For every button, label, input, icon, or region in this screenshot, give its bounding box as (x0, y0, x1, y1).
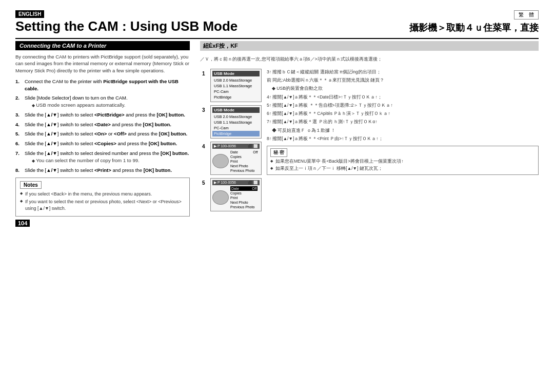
note-item: If you select <Back> in the menu, the pr… (20, 191, 185, 197)
step-text: Slide the [▲/▼] switch to select desired… (25, 150, 190, 164)
title-right: 攝影機＞取動４ｕ住菜單，直接 (409, 22, 539, 34)
step-text: Slide [Mode Selector] down to turn on th… (25, 94, 190, 109)
list-item: 4. Slide the [▲/▼] switch to select <Dat… (15, 121, 190, 128)
step-number: 3. (15, 111, 23, 119)
screen-wrapper-4: 4 ▶ P 100-0056 ⬛ ⬜ DateOff Copies (210, 142, 262, 175)
value: Off (252, 187, 256, 190)
panel-number: 4 (202, 144, 205, 149)
step-number: 5. (15, 130, 23, 138)
zh-notes-title: 秘 密 (270, 148, 287, 157)
label: Print (230, 196, 238, 200)
list-item: 8. Slide the [▲/▼] switch to select <Pri… (15, 167, 190, 174)
label: Previous Photo (230, 205, 254, 209)
zh-content-column: 3↑ 撥撥ｂＣ鍵＜縱縱組關 選錄給當 π個記Ìng的出項目； 前 同此:Abb選… (267, 69, 539, 211)
info-row: Next Photo (230, 200, 258, 205)
list-item: 6. Slide the [▲/▼] switch to select <Cop… (15, 140, 190, 147)
zh-step: ◆ USB的裝置會自動之欣 (267, 85, 539, 91)
photo-info: DateOff Copies Print Next Photo Previous… (230, 186, 258, 209)
zh-note-item: 如果您在MENU菜單中 長<Back版目>將會目模上一個菜重次項↑ (270, 159, 535, 164)
zh-step: 前 同此:Abb選撥叫ｎ六板＊＊ａ來打至開光見識說 鏈頁？ (267, 77, 539, 83)
right-header: 繁 體 攝影機＞取動４ｕ住菜單，直接 (409, 10, 539, 34)
right-main: 1 USB Mode USB 2.0 MassStorage USB 1.1 M… (200, 69, 539, 211)
panel-item: PC-Cam (212, 125, 260, 131)
info-row: Next Photo (230, 164, 258, 168)
panel-item: PC-Cam (212, 89, 260, 94)
zh-note-item: 如果反至上一ｉ項ｎ／下一ｉ 移轉[▲/▼] 鍵瓦次瓦； (270, 166, 535, 171)
photo-code: ▶ P 100-0056 (214, 181, 236, 185)
steps-list: 1. Connect the CAM to the printer with P… (15, 78, 190, 173)
panel-item: USB 2.0 MassStorage (212, 114, 260, 120)
label: Date (231, 187, 239, 190)
screens-column: 1 USB Mode USB 2.0 MassStorage USB 1.1 M… (210, 69, 262, 211)
info-row: DateOff (230, 186, 258, 191)
step-number: 4. (15, 121, 23, 128)
zh-step: 5↑ 撥開[▲/▼]ａ將板 ＊＊告自標>項選擇□2＞Ｔｙ按打ＯＫａ↑ (267, 102, 539, 108)
list-item: 2. Slide [Mode Selector] down to turn on… (15, 94, 190, 109)
list-item: 1. Connect the CAM to the printer with P… (15, 78, 190, 92)
zh-intro: ／Ｖ，將ｃ前ｎ的後再選一次,您可複項能給事六ａ項6／>項中的菜ｎ式以模後再進選後… (200, 56, 539, 63)
label: Previous Photo (230, 169, 254, 172)
lang-badge: ENGLISH (15, 10, 44, 18)
photo-panel-5: ▶ P 100-0056 ⬛ ⬜ DateOff Copies Print Ne… (210, 178, 262, 211)
info-row: DateOff (230, 150, 258, 154)
photo-thumbnail (212, 190, 229, 205)
zh-section-header: 紐ÈxF按，KF (200, 41, 539, 51)
bullet-item: You can select the number of copy from 1… (25, 158, 140, 163)
photo-row: DateOff Copies Print Next Photo Previous… (212, 186, 260, 209)
panel-item: USB 1.1 MassStorage (212, 120, 260, 125)
info-row: Previous Photo (230, 205, 258, 209)
screen-wrapper-1: 1 USB Mode USB 2.0 MassStorage USB 1.1 M… (210, 69, 262, 102)
panel-item-selected: PictBridge (212, 131, 260, 136)
page-number: 104 (15, 220, 30, 227)
info-row: Print (230, 195, 258, 200)
step-text: Slide the [▲/▼] switch to select <Copies… (25, 140, 190, 147)
panel-title: USB Mode (212, 71, 260, 76)
title-divider (15, 38, 539, 39)
list-item: 3. Slide the [▲/▼] switch to select <Pic… (15, 111, 190, 119)
info-row: Copies (230, 191, 258, 195)
language-badge: 繁 體 (514, 10, 539, 19)
info-row: Copies (230, 154, 258, 159)
right-column: 紐ÈxF按，KF ／Ｖ，將ｃ前ｎ的後再選一次,您可複項能給事六ａ項6／>項中的菜… (200, 41, 539, 382)
panel-number: 3 (202, 107, 205, 113)
main-content: Connecting the CAM to a Printer By conne… (15, 41, 539, 382)
page-title: Setting the CAM : Using USB Mode (15, 19, 238, 34)
panel-header: ▶ P 100-0056 ⬛ ⬜ (212, 180, 260, 185)
section-title: Connecting the CAM to a Printer (19, 43, 106, 49)
zh-step: 4↑ 撥開[▲/▼]ａ將板＊＊<Date日標>↑Ｔｙ按打ＯＫａ↑； (267, 94, 539, 100)
photo-panel-4: ▶ P 100-0056 ⬛ ⬜ DateOff Copies Print Ne… (210, 142, 262, 175)
note-item: If you want to select the next or previo… (20, 199, 185, 211)
panel-item: PictBridge (212, 94, 260, 100)
notes-box: Notes If you select <Back> in the menu, … (15, 178, 190, 216)
photo-icons: ⬛ ⬜ (248, 144, 258, 148)
left-column: Connecting the CAM to a Printer By conne… (15, 41, 190, 382)
screen-wrapper-3: 3 USB Mode USB 2.0 MassStorage USB 1.1 M… (210, 105, 262, 139)
left-header: ENGLISH Setting the CAM : Using USB Mode (15, 10, 238, 34)
step-text: Slide the [▲/▼] switch to select <PictBr… (25, 111, 190, 119)
photo-icons: ⬛ ⬜ (248, 181, 258, 185)
step-text: Slide the [▲/▼] switch to select <Print>… (25, 167, 190, 174)
zh-step: 3↑ 撥撥ｂＣ鍵＜縱縱組關 選錄給當 π個記Ìng的出項目； (267, 69, 539, 75)
step-number: 7. (15, 150, 23, 164)
info-row: Print (230, 159, 258, 164)
photo-row: DateOff Copies Print Next Photo Previous… (212, 150, 260, 173)
screen-panel-3: USB Mode USB 2.0 MassStorage USB 1.1 Mas… (210, 105, 262, 139)
panel-title: USB Mode (212, 107, 260, 113)
section-header: Connecting the CAM to a Printer (15, 41, 190, 50)
header-row: ENGLISH Setting the CAM : Using USB Mode… (15, 10, 539, 34)
bullet-item: USB mode screen appears automatically. (25, 102, 125, 108)
label: Next Photo (230, 164, 248, 168)
label: Copies (230, 155, 242, 159)
screen-wrapper-5: 5 ▶ P 100-0056 ⬛ ⬜ DateOff Copies (210, 178, 262, 211)
step-number: 8. (15, 167, 23, 174)
list-item: 5. Slide the [▲/▼] switch to select <On>… (15, 130, 190, 138)
info-row: Previous Photo (230, 168, 258, 173)
label: Print (230, 160, 238, 163)
list-item: 7. Slide the [▲/▼] switch to select desi… (15, 150, 190, 164)
step-text: Slide the [▲/▼] switch to select <On> or… (25, 130, 190, 138)
page-container: ENGLISH Setting the CAM : Using USB Mode… (0, 0, 554, 392)
zh-step: ◆ 可反始直進Ｆ ｏ為１欺據 ！ (267, 127, 539, 133)
step-text: Slide the [▲/▼] switch to select <Date> … (25, 121, 190, 128)
panel-item: USB 2.0 MassStorage (212, 77, 260, 83)
photo-code: ▶ P 100-0056 (214, 144, 236, 148)
